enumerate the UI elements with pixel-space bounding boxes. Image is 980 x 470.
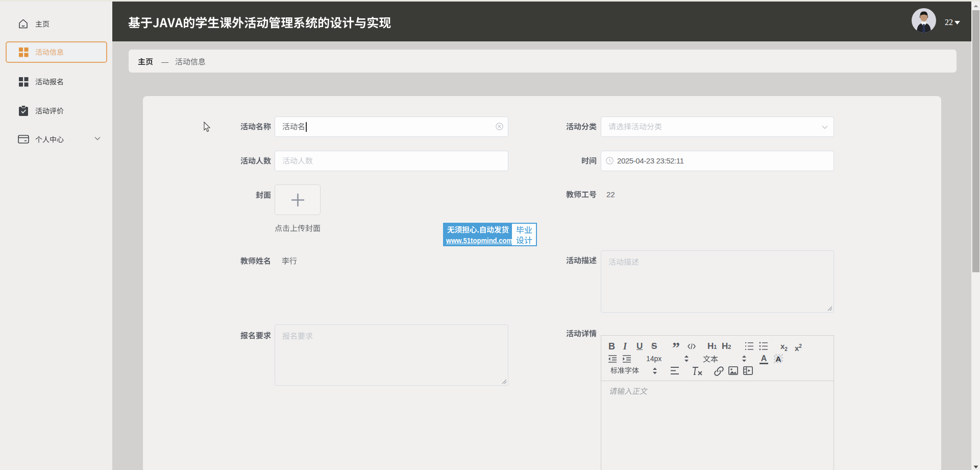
svg-text:A: A [776, 355, 781, 363]
